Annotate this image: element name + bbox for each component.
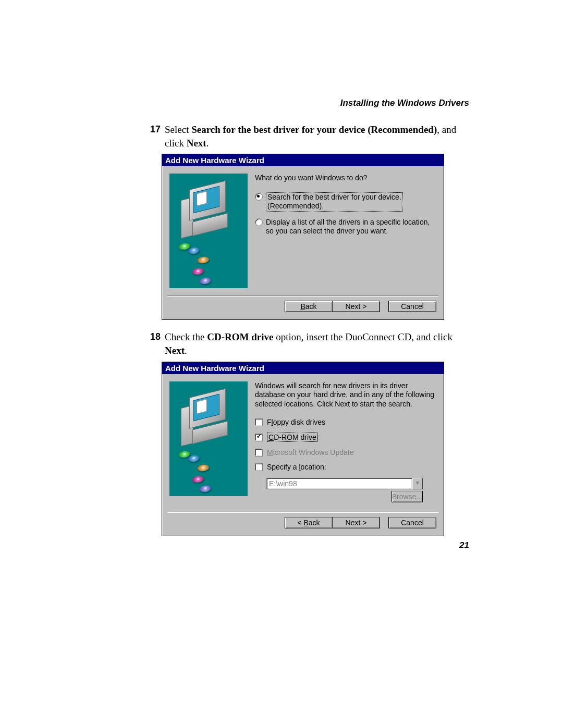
- wizard-title: Add New Hardware Wizard: [162, 154, 444, 166]
- cancel-button[interactable]: Cancel: [388, 517, 436, 528]
- radio-icon: [255, 218, 263, 226]
- checkbox-windows-update: Microsoft Windows Update: [255, 448, 435, 457]
- wizard-prompt: Windows will search for new drivers in i…: [255, 381, 435, 409]
- back-button[interactable]: < Back: [285, 517, 333, 528]
- location-combo: E:\win98 ▼: [266, 478, 423, 489]
- wizard-dialog-2: Add New Hardware Wizard Windows will sea…: [162, 362, 444, 536]
- divider: [167, 295, 438, 297]
- page-header: Installing the Windows Drivers: [146, 98, 469, 108]
- wizard-dialog-1: Add New Hardware Wizard What do you want…: [162, 154, 444, 320]
- step-number: 18: [146, 330, 165, 357]
- checkbox-icon: [255, 463, 263, 471]
- checkbox-label: Floppy disk drives: [267, 418, 325, 427]
- checkbox-floppy[interactable]: Floppy disk drives: [255, 418, 435, 427]
- radio-option-recommended[interactable]: Search for the best driver for your devi…: [255, 192, 435, 212]
- location-input[interactable]: E:\win98: [266, 478, 412, 489]
- next-button[interactable]: Next >: [332, 517, 380, 528]
- wizard-graphic: [169, 381, 248, 496]
- cancel-button[interactable]: Cancel: [388, 301, 436, 312]
- radio-label-focused: Search for the best driver for your devi…: [266, 192, 403, 212]
- radio-label: Display a list of all the drivers in a s…: [266, 218, 435, 236]
- checkbox-icon: [255, 449, 263, 456]
- radio-option-list[interactable]: Display a list of all the drivers in a s…: [255, 218, 435, 236]
- checkbox-cdrom[interactable]: CD-ROM drive: [255, 433, 435, 442]
- step-17: 17 Select Search for the best driver for…: [146, 123, 469, 150]
- radio-icon: [255, 193, 263, 201]
- next-button[interactable]: Next >: [332, 301, 380, 312]
- divider: [167, 512, 438, 513]
- step-text: Select Search for the best driver for yo…: [165, 123, 469, 150]
- back-button[interactable]: Back: [285, 301, 333, 312]
- step-number: 17: [146, 123, 165, 150]
- wizard-title: Add New Hardware Wizard: [162, 362, 444, 374]
- checkbox-label: CD-ROM drive: [267, 433, 318, 442]
- checkbox-specify-location[interactable]: Specify a location:: [255, 463, 435, 472]
- checkbox-icon: [255, 434, 263, 441]
- wizard-prompt: What do you want Windows to do?: [255, 174, 435, 183]
- page-number: 21: [459, 540, 469, 551]
- checkbox-icon: [255, 418, 263, 426]
- checkbox-label: Microsoft Windows Update: [267, 448, 354, 457]
- wizard-graphic: [169, 174, 248, 288]
- chevron-down-icon[interactable]: ▼: [412, 478, 423, 489]
- step-text: Check the CD-ROM drive option, insert th…: [165, 330, 469, 357]
- checkbox-label: Specify a location:: [267, 463, 326, 472]
- browse-button: Browse...: [391, 491, 423, 502]
- step-18: 18 Check the CD-ROM drive option, insert…: [146, 330, 469, 357]
